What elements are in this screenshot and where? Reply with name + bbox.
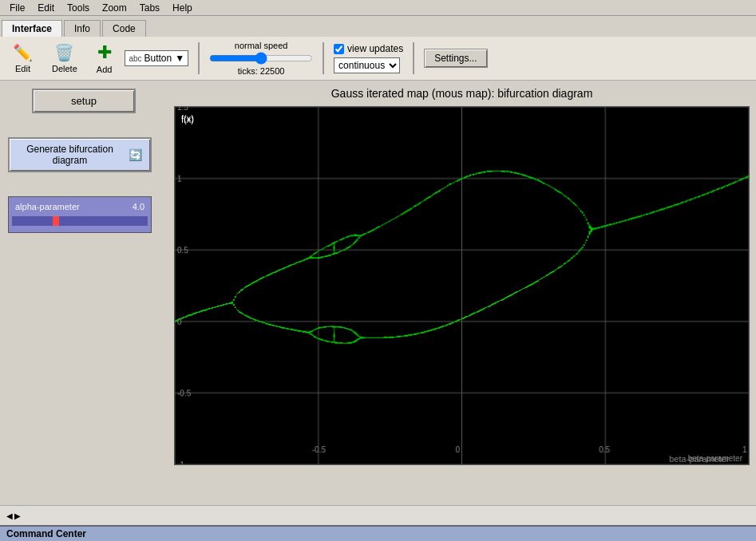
add-button[interactable]: ✚ Add bbox=[90, 39, 119, 77]
scroll-right[interactable]: ▶ bbox=[14, 511, 21, 520]
menubar: File Edit Tools Zoom Tabs Help bbox=[0, 0, 756, 16]
edit-label: Edit bbox=[15, 64, 30, 73]
generate-button[interactable]: Generate bifurcation diagram 🔄 bbox=[8, 137, 152, 172]
y-axis-label: f(x) bbox=[181, 113, 194, 123]
slider-name: alpha-parameter bbox=[15, 202, 80, 211]
menu-tools[interactable]: Tools bbox=[61, 1, 96, 15]
toolbar-separator-3 bbox=[413, 42, 414, 74]
statusbar: ◀ ▶ bbox=[0, 505, 756, 525]
menu-file[interactable]: File bbox=[3, 1, 31, 15]
view-updates-row: view updates bbox=[334, 43, 403, 54]
scroll-arrows: ◀ ▶ bbox=[6, 511, 21, 520]
slider-track[interactable] bbox=[12, 216, 148, 226]
chart-container: f(x) beta-parameter bbox=[174, 106, 750, 465]
menu-zoom[interactable]: Zoom bbox=[96, 1, 133, 15]
command-center-label: Command Center bbox=[6, 528, 86, 539]
scroll-left[interactable]: ◀ bbox=[6, 511, 13, 520]
delete-button[interactable]: 🗑️ Delete bbox=[46, 40, 84, 77]
refresh-icon: 🔄 bbox=[129, 148, 142, 161]
edit-button[interactable]: ✏️ Edit bbox=[6, 40, 39, 77]
toolbar: ✏️ Edit 🗑️ Delete ✚ Add abc Button ▼ nor… bbox=[0, 37, 756, 81]
delete-icon: 🗑️ bbox=[54, 43, 74, 62]
view-updates-checkbox[interactable] bbox=[334, 44, 344, 54]
add-icon: ✚ bbox=[97, 42, 112, 63]
main-content: setup Generate bifurcation diagram 🔄 alp… bbox=[0, 81, 756, 505]
menu-tabs[interactable]: Tabs bbox=[133, 1, 166, 15]
tab-code[interactable]: Code bbox=[102, 20, 146, 37]
widget-type-label: Button bbox=[144, 53, 172, 64]
bifurcation-canvas bbox=[175, 107, 749, 464]
toolbar-separator-1 bbox=[198, 42, 200, 74]
toolbar-separator-2 bbox=[323, 42, 324, 74]
slider-thumb[interactable] bbox=[53, 216, 59, 226]
ticks-label: ticks: 22500 bbox=[238, 66, 285, 76]
menu-help[interactable]: Help bbox=[166, 1, 199, 15]
menu-edit[interactable]: Edit bbox=[31, 1, 61, 15]
view-updates-area: view updates continuous on ticks bbox=[334, 43, 403, 73]
view-updates-label: view updates bbox=[347, 43, 403, 54]
setup-button[interactable]: setup bbox=[32, 89, 136, 113]
edit-icon: ✏️ bbox=[13, 43, 33, 62]
speed-slider[interactable] bbox=[209, 52, 313, 65]
generate-label: Generate bifurcation diagram bbox=[18, 144, 122, 166]
settings-button[interactable]: Settings... bbox=[424, 49, 487, 68]
tabbar: Interface Info Code bbox=[0, 16, 756, 37]
slider-header: alpha-parameter 4.0 bbox=[12, 200, 148, 213]
slider-value: 4.0 bbox=[133, 202, 144, 211]
update-mode-row: continuous on ticks bbox=[334, 57, 403, 73]
chart-title: Gauss iterated map (mous map): bifurcati… bbox=[174, 87, 750, 100]
update-mode-select[interactable]: continuous on ticks bbox=[334, 57, 400, 73]
widget-type-dropdown[interactable]: abc Button ▼ bbox=[125, 50, 188, 66]
add-label: Add bbox=[97, 65, 113, 74]
tab-interface[interactable]: Interface bbox=[2, 20, 62, 37]
speed-label: normal speed bbox=[235, 41, 288, 50]
x-axis-label: beta-parameter bbox=[688, 454, 742, 463]
left-panel: setup Generate bifurcation diagram 🔄 alp… bbox=[0, 81, 168, 505]
tab-info[interactable]: Info bbox=[64, 20, 101, 37]
alpha-slider-widget: alpha-parameter 4.0 bbox=[8, 196, 152, 233]
command-center: Command Center bbox=[0, 525, 756, 541]
delete-label: Delete bbox=[52, 64, 77, 73]
chart-area: Gauss iterated map (mous map): bifurcati… bbox=[168, 81, 756, 505]
speed-control: normal speed ticks: 22500 bbox=[209, 41, 313, 76]
widget-selector: abc Button ▼ bbox=[125, 50, 188, 66]
